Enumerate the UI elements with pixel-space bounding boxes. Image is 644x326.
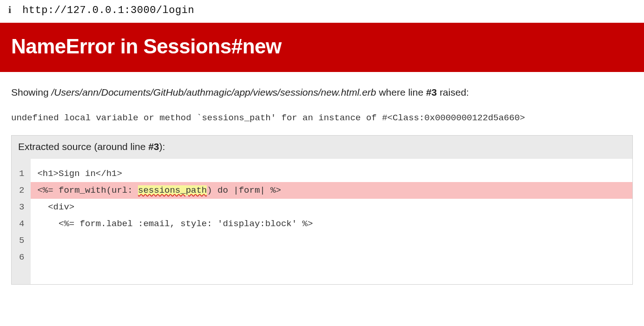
source-header-line: #3	[148, 141, 159, 152]
code-line-error: <%= form_with(url: sessions_path) do |fo…	[31, 182, 632, 199]
code-lines: <h1>Sign in</h1> <%= form_with(url: sess…	[31, 159, 632, 285]
content-area: Showing /Users/ann/Documents/GitHub/auth…	[0, 72, 644, 285]
error-message: undefined local variable or method `sess…	[11, 113, 633, 123]
error-title: NameError in Sessions#new	[11, 35, 633, 58]
url-display[interactable]: http://127.0.0.1:3000/login	[22, 5, 194, 16]
source-header-suffix: ):	[159, 141, 165, 152]
line-number: 2	[17, 182, 26, 199]
code-pre: <%= form_with(url:	[37, 185, 138, 196]
line-number-bold: #3	[426, 87, 437, 98]
line-number: 3	[17, 199, 26, 215]
source-header-prefix: Extracted source (around line	[18, 141, 148, 152]
line-number: 1	[17, 165, 26, 182]
code-line: <%= form.label :email, style: 'display:b…	[31, 215, 632, 232]
address-bar: i http://127.0.0.1:3000/login	[0, 0, 644, 23]
line-gutter: 1 2 3 4 5 6	[12, 159, 31, 285]
line-number: 5	[17, 232, 26, 249]
code-block: 1 2 3 4 5 6 <h1>Sign in</h1> <%= form_wi…	[12, 159, 632, 285]
showing-mid: where line	[376, 87, 426, 98]
line-number: 6	[17, 249, 26, 266]
showing-suffix: raised:	[437, 87, 469, 98]
source-panel: Extracted source (around line #3): 1 2 3…	[11, 135, 633, 285]
code-line: <h1>Sign in</h1>	[31, 165, 632, 182]
info-icon[interactable]: i	[8, 5, 11, 15]
source-header: Extracted source (around line #3):	[12, 136, 632, 159]
code-line: <div>	[31, 199, 632, 215]
showing-line: Showing /Users/ann/Documents/GitHub/auth…	[11, 85, 633, 100]
code-post: ) do |form| %>	[207, 185, 281, 196]
file-path: /Users/ann/Documents/GitHub/authmagic/ap…	[51, 87, 376, 98]
showing-prefix: Showing	[11, 87, 51, 98]
error-token: sessions_path	[138, 185, 207, 196]
line-number: 4	[17, 215, 26, 232]
error-header: NameError in Sessions#new	[0, 23, 644, 72]
